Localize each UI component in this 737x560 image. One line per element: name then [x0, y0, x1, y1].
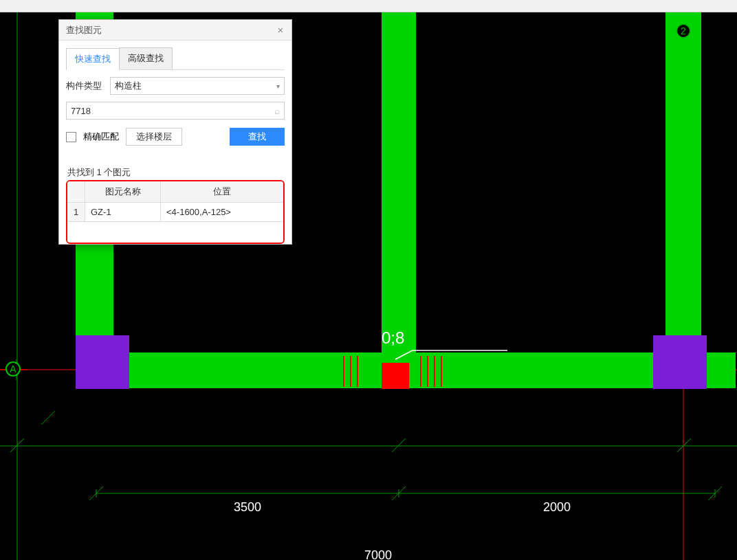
table-header-row: 图元名称 位置 [67, 181, 283, 203]
svg-line-30 [677, 438, 691, 452]
component-type-select[interactable]: 构造柱 ▾ [110, 77, 285, 95]
dimension-3500: 3500 [234, 500, 261, 515]
find-button[interactable]: 查找 [230, 128, 285, 146]
find-element-dialog: 查找图元 × 快速查找 高级查找 构件类型 构造柱 ▾ ⌕ 精确匹配 选择楼层 … [58, 19, 292, 245]
axis-label: A [10, 363, 16, 374]
exact-match-checkbox[interactable] [66, 132, 76, 142]
chevron-down-icon: ▾ [276, 82, 280, 90]
header-position: 位置 [161, 181, 283, 203]
select-floor-button[interactable]: 选择楼层 [126, 128, 182, 146]
svg-rect-7 [666, 12, 701, 388]
tab-quick-search[interactable]: 快速查找 [66, 48, 120, 70]
dialog-title: 查找图元 [66, 24, 102, 36]
dialog-titlebar[interactable]: 查找图元 × [59, 20, 292, 41]
type-label: 构件类型 [66, 80, 106, 92]
table-empty-row [67, 222, 283, 243]
row-position: <4-1600,A-125> [161, 203, 283, 222]
table-row[interactable]: 1 GZ-1 <4-1600,A-125> [67, 203, 283, 222]
tab-advanced-search[interactable]: 高级查找 [119, 47, 173, 69]
axis-marker-a: A [6, 361, 21, 377]
select-value: 构造柱 [115, 80, 142, 92]
dimension-7000: 7000 [364, 548, 392, 560]
exact-match-label: 精确匹配 [83, 131, 119, 143]
svg-rect-8 [76, 335, 129, 389]
svg-line-28 [41, 411, 55, 425]
search-input[interactable] [71, 106, 274, 116]
results-summary: 共找到 1 个图元 [66, 166, 285, 179]
close-icon[interactable]: × [274, 23, 287, 37]
dimension-2000: 2000 [543, 500, 571, 515]
svg-rect-9 [653, 335, 707, 389]
axis-marker-2: 2 [676, 23, 691, 38]
svg-rect-10 [382, 363, 409, 389]
axis-label: 2 [681, 25, 686, 36]
search-icon[interactable]: ⌕ [274, 105, 280, 116]
row-index: 1 [67, 203, 85, 222]
search-input-wrap: ⌕ [66, 102, 285, 120]
top-toolbar [0, 0, 737, 12]
svg-line-29 [392, 438, 406, 452]
header-index [67, 181, 85, 203]
row-name: GZ-1 [85, 203, 161, 222]
results-table: 图元名称 位置 1 GZ-1 <4-1600,A-125> [66, 180, 285, 244]
cursor-coordinate: 0;8 [382, 328, 404, 348]
header-name: 图元名称 [85, 181, 161, 203]
search-tabs: 快速查找 高级查找 [66, 47, 285, 70]
